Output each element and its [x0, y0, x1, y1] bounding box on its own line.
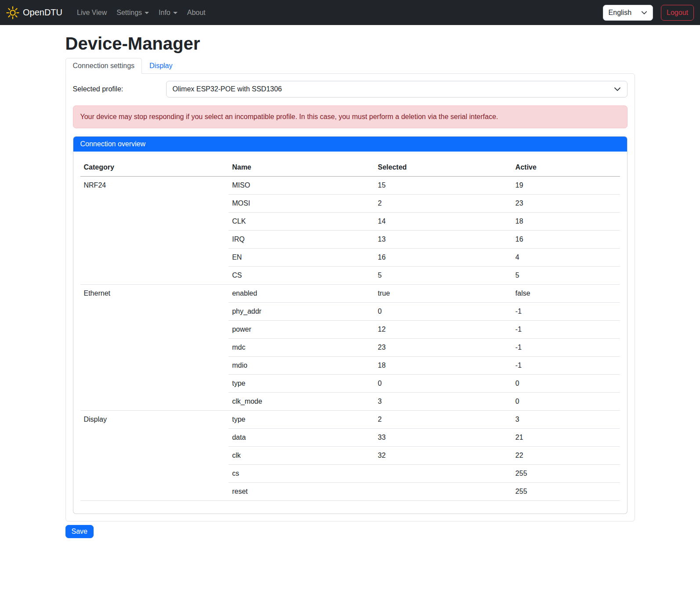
active-cell: 18 — [512, 213, 620, 231]
name-cell: IRQ — [228, 231, 374, 249]
active-cell: -1 — [512, 357, 620, 375]
name-cell: MISO — [228, 177, 374, 195]
selected-profile-row: Selected profile: Olimex ESP32-POE with … — [73, 81, 627, 98]
selected-cell: 18 — [374, 357, 512, 375]
name-cell: CS — [228, 267, 374, 285]
logout-button[interactable]: Logout — [661, 5, 694, 21]
active-cell: 5 — [512, 267, 620, 285]
selected-cell: 14 — [374, 213, 512, 231]
chevron-down-icon — [641, 10, 647, 16]
active-cell: 0 — [512, 375, 620, 393]
active-cell: 4 — [512, 249, 620, 267]
connection-overview-header: Connection overview — [73, 137, 627, 152]
name-cell: power — [228, 321, 374, 339]
profile-select-value: Olimex ESP32-POE with SSD1306 — [173, 85, 282, 93]
selected-cell — [374, 465, 512, 483]
category-cell-ethernet: Ethernet — [80, 285, 229, 411]
tab-display[interactable]: Display — [142, 58, 180, 74]
sun-icon — [6, 6, 19, 19]
selected-cell: 2 — [374, 411, 512, 429]
column-header-selected: Selected — [374, 159, 512, 177]
selected-cell: 0 — [374, 303, 512, 321]
category-cell-nrf24: NRF24 — [80, 177, 229, 285]
chevron-down-icon — [145, 12, 149, 14]
name-cell: reset — [228, 483, 374, 501]
selected-cell: 0 — [374, 375, 512, 393]
connection-overview-card: Connection overview CategoryNameSelected… — [73, 136, 627, 514]
name-cell: type — [228, 375, 374, 393]
main-container: Device-Manager Connection settingsDispla… — [60, 34, 640, 538]
name-cell: EN — [228, 249, 374, 267]
language-value: English — [609, 9, 631, 17]
active-cell: -1 — [512, 339, 620, 357]
save-button[interactable]: Save — [65, 525, 94, 538]
selected-cell: 15 — [374, 177, 512, 195]
chevron-down-icon — [173, 12, 178, 14]
page-title: Device-Manager — [65, 34, 635, 54]
active-cell: 3 — [512, 411, 620, 429]
nav-item-info[interactable]: Info — [154, 5, 182, 20]
table-row: Displaytype23 — [80, 411, 620, 429]
name-cell: data — [228, 429, 374, 447]
selected-cell: 3 — [374, 393, 512, 411]
name-cell: enabled — [228, 285, 374, 303]
tab-bar: Connection settingsDisplay — [65, 58, 635, 74]
active-cell: 16 — [512, 231, 620, 249]
active-cell: 255 — [512, 483, 620, 501]
selected-cell: 33 — [374, 429, 512, 447]
tab-connection-settings[interactable]: Connection settings — [65, 58, 142, 74]
selected-cell: true — [374, 285, 512, 303]
name-cell: clk_mode — [228, 393, 374, 411]
selected-profile-label: Selected profile: — [73, 85, 166, 93]
warning-alert: Your device may stop responding if you s… — [73, 105, 627, 128]
name-cell: MOSI — [228, 195, 374, 213]
column-header-category: Category — [80, 159, 229, 177]
selected-cell: 13 — [374, 231, 512, 249]
nav-item-about[interactable]: About — [182, 5, 210, 20]
name-cell: mdio — [228, 357, 374, 375]
active-cell: 21 — [512, 429, 620, 447]
selected-cell: 23 — [374, 339, 512, 357]
active-cell: 23 — [512, 195, 620, 213]
nav-item-settings[interactable]: Settings — [112, 5, 154, 20]
nav-item-live-view[interactable]: Live View — [72, 5, 112, 20]
connection-overview-body: CategoryNameSelectedActive NRF24MISO1519… — [73, 152, 627, 514]
connection-overview-table: CategoryNameSelectedActive NRF24MISO1519… — [80, 159, 620, 501]
active-cell: false — [512, 285, 620, 303]
name-cell: CLK — [228, 213, 374, 231]
name-cell: mdc — [228, 339, 374, 357]
category-cell-display: Display — [80, 411, 229, 501]
active-cell: 22 — [512, 447, 620, 465]
tab-content-card: Selected profile: Olimex ESP32-POE with … — [65, 73, 635, 521]
selected-cell: 2 — [374, 195, 512, 213]
language-select[interactable]: English — [603, 5, 653, 21]
active-cell: -1 — [512, 303, 620, 321]
chevron-down-icon — [614, 86, 621, 93]
active-cell: 19 — [512, 177, 620, 195]
table-row: NRF24MISO1519 — [80, 177, 620, 195]
selected-cell — [374, 483, 512, 501]
selected-cell: 16 — [374, 249, 512, 267]
name-cell: phy_addr — [228, 303, 374, 321]
column-header-name: Name — [228, 159, 374, 177]
active-cell: -1 — [512, 321, 620, 339]
selected-cell: 12 — [374, 321, 512, 339]
selected-cell: 5 — [374, 267, 512, 285]
column-header-active: Active — [512, 159, 620, 177]
profile-select[interactable]: Olimex ESP32-POE with SSD1306 — [166, 81, 627, 98]
table-row: Ethernetenabledtruefalse — [80, 285, 620, 303]
navbar: OpenDTU Live ViewSettingsInfoAbout Engli… — [0, 0, 700, 25]
name-cell: type — [228, 411, 374, 429]
name-cell: cs — [228, 465, 374, 483]
table-header-row: CategoryNameSelectedActive — [80, 159, 620, 177]
name-cell: clk — [228, 447, 374, 465]
nav-links: Live ViewSettingsInfoAbout — [72, 5, 210, 20]
active-cell: 0 — [512, 393, 620, 411]
brand-label: OpenDTU — [23, 7, 62, 18]
active-cell: 255 — [512, 465, 620, 483]
selected-cell: 32 — [374, 447, 512, 465]
brand-link[interactable]: OpenDTU — [6, 6, 62, 19]
